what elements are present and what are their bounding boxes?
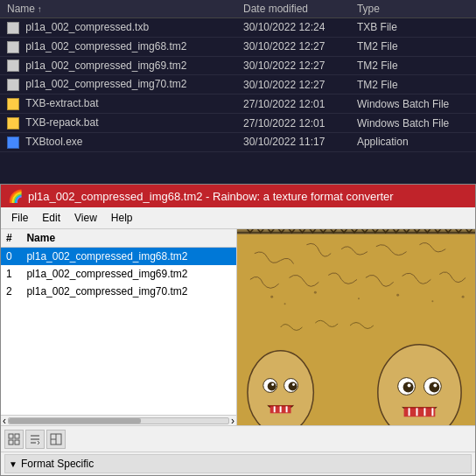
file-date-cell: 27/10/2022 12:01 [236,94,350,114]
svg-rect-33 [9,434,13,438]
item-hash: 2 [1,283,21,300]
menu-file[interactable]: File [4,209,35,227]
file-name-cell: pl1a_002_compressed_img69.tm2 [0,56,236,75]
file-type-cell: TM2 File [350,56,476,75]
svg-point-7 [396,294,399,297]
file-date-cell: 30/10/2022 11:17 [236,132,350,151]
bottom-toolbar [1,425,475,452]
svg-rect-34 [15,434,19,438]
bottom-panel: ▼ Format Specific [1,452,475,475]
svg-point-6 [358,298,360,299]
layout-icon [50,433,62,445]
image-preview-panel [237,229,475,425]
svg-point-4 [284,303,286,304]
file-icon [7,79,19,91]
menu-help[interactable]: Help [104,209,140,227]
rainbow-titlebar: 🌈 pl1a_002_compressed_img68.tm2 - Rainbo… [1,185,475,207]
toolbar-btn-sort[interactable] [25,430,45,449]
col-filename-header: Name [21,229,236,248]
list-item[interactable]: 0 pl1a_002_compressed_img68.tm2 [1,248,236,266]
svg-point-3 [270,296,273,298]
rainbow-icon: 🌈 [8,189,23,203]
scroll-left-arrow[interactable]: ‹ [3,415,6,426]
file-icon [7,41,19,53]
svg-point-13 [268,382,276,391]
col-type[interactable]: Type [350,0,476,18]
rainbow-window: 🌈 pl1a_002_compressed_img68.tm2 - Rainbo… [0,184,476,476]
svg-point-25 [429,382,439,393]
format-specific-header[interactable]: ▼ Format Specific [4,454,472,473]
file-name-cell: TXB-repack.bat [0,114,236,133]
item-hash: 0 [1,248,21,266]
svg-point-8 [431,300,433,302]
item-hash: 1 [1,265,21,283]
table-row[interactable]: pl1a_002_compressed_img70.tm2 30/10/2022… [0,75,476,94]
sort-icon [29,433,41,445]
col-date[interactable]: Date modified [236,0,350,18]
toolbar-btn-grid[interactable] [4,430,24,449]
file-date-cell: 30/10/2022 12:27 [236,75,350,94]
chevron-down-icon: ▼ [9,459,18,469]
file-icon [7,98,19,110]
svg-rect-36 [15,440,19,444]
svg-point-9 [462,296,465,298]
file-icon [7,136,19,149]
rainbow-menubar: File Edit View Help [1,207,475,229]
file-type-cell: TXB File [350,18,476,38]
svg-point-27 [433,384,437,388]
scrollbar-thumb[interactable] [9,418,141,424]
file-explorer: Name Date modified Type pl1a_002_compres… [0,0,476,184]
svg-point-15 [271,383,274,386]
grid-icon [8,433,20,445]
col-hash-header: # [1,229,21,248]
toolbar-btn-layout[interactable] [46,430,66,449]
item-filename: pl1a_002_compressed_img68.tm2 [21,248,236,266]
file-name-cell: TXBtool.exe [0,132,236,151]
window-title: pl1a_002_compressed_img68.tm2 - Rainbow:… [28,190,394,203]
svg-point-10 [248,351,313,425]
file-name-cell: pl1a_002_compressed_img68.tm2 [0,37,236,56]
file-date-cell: 30/10/2022 12:27 [236,37,350,56]
file-date-cell: 30/10/2022 12:24 [236,18,350,38]
texture-preview-svg [237,229,475,425]
scrollbar-track[interactable] [8,417,229,424]
table-row[interactable]: TXBtool.exe 30/10/2022 11:17 Application [0,132,476,151]
file-name-cell: TXB-extract.bat [0,94,236,114]
table-row[interactable]: pl1a_002_compressed_img68.tm2 30/10/2022… [0,37,476,56]
list-item[interactable]: 1 pl1a_002_compressed_img69.tm2 [1,265,236,283]
scroll-right-arrow[interactable]: › [231,415,234,426]
svg-point-26 [408,384,411,388]
item-filename: pl1a_002_compressed_img69.tm2 [21,265,236,283]
file-date-cell: 27/10/2022 12:01 [236,114,350,133]
table-row[interactable]: TXB-extract.bat 27/10/2022 12:01 Windows… [0,94,476,114]
file-type-cell: Windows Batch File [350,94,476,114]
item-filename: pl1a_002_compressed_img70.tm2 [21,283,236,300]
file-type-cell: Windows Batch File [350,114,476,133]
svg-point-5 [314,291,317,294]
svg-rect-35 [9,440,13,444]
file-type-cell: TM2 File [350,75,476,94]
table-row[interactable]: TXB-repack.bat 27/10/2022 12:01 Windows … [0,114,476,133]
col-name[interactable]: Name [0,0,236,18]
file-type-cell: Application [350,132,476,151]
file-table: Name Date modified Type pl1a_002_compres… [0,0,476,152]
table-row[interactable]: pl1a_002_compressed.txb 30/10/2022 12:24… [0,18,476,38]
file-icon [7,22,19,34]
file-type-cell: TM2 File [350,37,476,56]
rainbow-content: # Name 0 pl1a_002_compressed_img68.tm2 1… [1,229,475,425]
table-row[interactable]: pl1a_002_compressed_img69.tm2 30/10/2022… [0,56,476,75]
file-name-cell: pl1a_002_compressed.txb [0,18,236,38]
file-icon [7,60,19,72]
file-date-cell: 30/10/2022 12:27 [236,56,350,75]
format-specific-label: Format Specific [21,458,94,470]
svg-point-16 [292,383,295,386]
svg-point-24 [403,382,414,393]
svg-point-14 [289,382,298,391]
file-list-table: # Name 0 pl1a_002_compressed_img68.tm2 1… [1,229,236,300]
file-list-scrollbar[interactable]: ‹ › [1,415,236,425]
file-list-panel: # Name 0 pl1a_002_compressed_img68.tm2 1… [1,229,237,425]
list-item[interactable]: 2 pl1a_002_compressed_img70.tm2 [1,283,236,300]
menu-view[interactable]: View [67,209,104,227]
menu-edit[interactable]: Edit [35,209,67,227]
file-name-cell: pl1a_002_compressed_img70.tm2 [0,75,236,94]
